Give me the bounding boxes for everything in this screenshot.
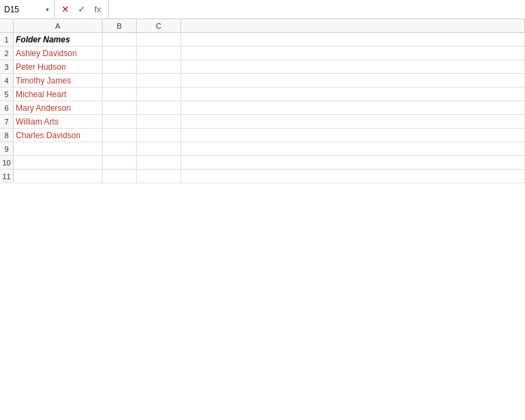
- cell-a3[interactable]: Peter Hudson: [14, 60, 103, 73]
- formula-bar: ▾ ✕ ✓ fx: [0, 0, 525, 19]
- row-number: 8: [0, 129, 14, 142]
- formula-input[interactable]: [109, 5, 525, 14]
- cell-a10[interactable]: [14, 156, 103, 169]
- cell-a7[interactable]: William Arts: [14, 115, 103, 128]
- cell-b9[interactable]: [103, 142, 137, 155]
- cell-b11[interactable]: [103, 170, 137, 183]
- cell-rest-1: [181, 33, 525, 46]
- cell-a5[interactable]: Micheal Heart: [14, 88, 103, 101]
- grid-rows: 1 Folder Names 2 Ashley Davidson 3 Peter…: [0, 33, 525, 183]
- cell-rest-6: [181, 101, 525, 114]
- table-row: 4 Timothy James: [0, 74, 525, 88]
- cell-b7[interactable]: [103, 115, 137, 128]
- formula-confirm-icon[interactable]: ✓: [75, 4, 88, 14]
- table-row: 3 Peter Hudson: [0, 60, 525, 74]
- cell-c2[interactable]: [137, 47, 181, 60]
- cell-a2[interactable]: Ashley Davidson: [14, 47, 103, 60]
- cell-rest-8: [181, 129, 525, 142]
- table-row: 6 Mary Anderson: [0, 101, 525, 115]
- row-number: 9: [0, 142, 14, 155]
- cell-c10[interactable]: [137, 156, 181, 169]
- cell-c11[interactable]: [137, 170, 181, 183]
- formula-cancel-icon[interactable]: ✕: [59, 4, 71, 14]
- table-row: 2 Ashley Davidson: [0, 47, 525, 60]
- cell-ref-input[interactable]: [4, 5, 45, 14]
- table-row: 7 William Arts: [0, 115, 525, 129]
- column-headers: A B C: [0, 19, 525, 33]
- table-row: 10: [0, 156, 525, 170]
- row-number: 4: [0, 74, 14, 87]
- cell-a1[interactable]: Folder Names: [14, 33, 103, 46]
- cell-b4[interactable]: [103, 74, 137, 87]
- cell-b5[interactable]: [103, 88, 137, 101]
- row-number: 3: [0, 60, 14, 73]
- col-header-rest: [181, 19, 525, 32]
- cell-b6[interactable]: [103, 101, 137, 114]
- cell-b1[interactable]: [103, 33, 137, 46]
- col-header-a[interactable]: A: [14, 19, 103, 32]
- cell-b2[interactable]: [103, 47, 137, 60]
- col-header-b[interactable]: B: [103, 19, 137, 32]
- row-number: 5: [0, 88, 14, 101]
- cell-ref-box: ▾: [0, 0, 55, 18]
- table-row: 9: [0, 142, 525, 156]
- table-row: 11: [0, 170, 525, 183]
- formula-fx-icon[interactable]: fx: [92, 4, 104, 14]
- spreadsheet: A B C 1 Folder Names 2 Ashley Davidson 3…: [0, 19, 525, 183]
- cell-rest-10: [181, 156, 525, 169]
- table-row: 5 Micheal Heart: [0, 88, 525, 101]
- col-header-c[interactable]: C: [137, 19, 181, 32]
- cell-c5[interactable]: [137, 88, 181, 101]
- cell-c9[interactable]: [137, 142, 181, 155]
- cell-rest-5: [181, 88, 525, 101]
- cell-a6[interactable]: Mary Anderson: [14, 101, 103, 114]
- cell-c3[interactable]: [137, 60, 181, 73]
- row-number: 2: [0, 47, 14, 60]
- cell-c6[interactable]: [137, 101, 181, 114]
- cell-a11[interactable]: [14, 170, 103, 183]
- row-number: 6: [0, 101, 14, 114]
- cell-rest-3: [181, 60, 525, 73]
- cell-rest-4: [181, 74, 525, 87]
- cell-c1[interactable]: [137, 33, 181, 46]
- corner-cell: [0, 19, 14, 32]
- cell-a8[interactable]: Charles Davidson: [14, 129, 103, 142]
- row-number: 7: [0, 115, 14, 128]
- cell-c8[interactable]: [137, 129, 181, 142]
- row-number: 10: [0, 156, 14, 169]
- cell-c4[interactable]: [137, 74, 181, 87]
- table-row: 1 Folder Names: [0, 33, 525, 47]
- cell-ref-dropdown-icon[interactable]: ▾: [45, 6, 50, 13]
- cell-rest-9: [181, 142, 525, 155]
- table-row: 8 Charles Davidson: [0, 129, 525, 142]
- cell-a4[interactable]: Timothy James: [14, 74, 103, 87]
- row-number: 11: [0, 170, 14, 183]
- cell-rest-2: [181, 47, 525, 60]
- cell-b8[interactable]: [103, 129, 137, 142]
- cell-a9[interactable]: [14, 142, 103, 155]
- cell-rest-11: [181, 170, 525, 183]
- cell-c7[interactable]: [137, 115, 181, 128]
- cell-rest-7: [181, 115, 525, 128]
- cell-b10[interactable]: [103, 156, 137, 169]
- formula-icons-group: ✕ ✓ fx: [55, 0, 109, 18]
- cell-b3[interactable]: [103, 60, 137, 73]
- row-number: 1: [0, 33, 14, 46]
